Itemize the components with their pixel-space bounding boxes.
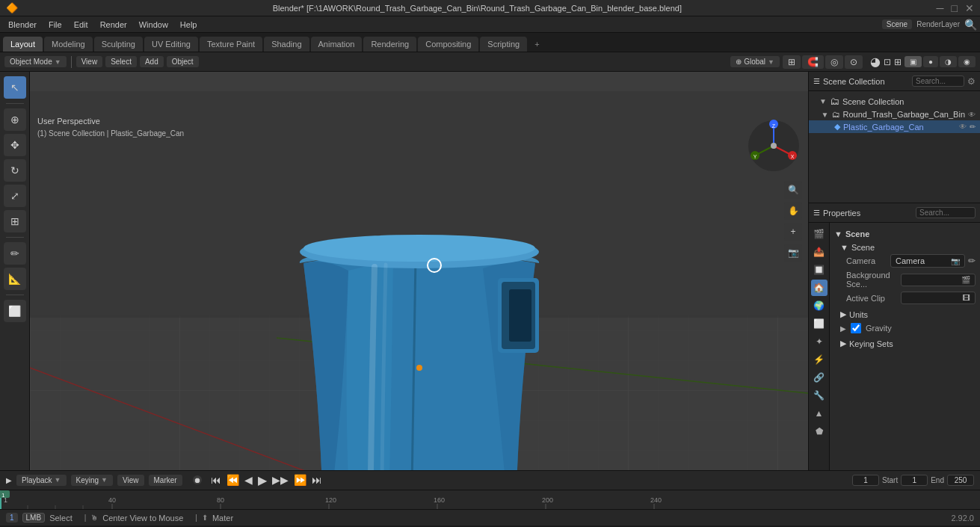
prop-object-tab[interactable]: ⬜: [811, 315, 828, 332]
menu-blender[interactable]: Blender: [3, 19, 42, 31]
prop-world-tab[interactable]: 🌍: [811, 298, 828, 314]
prop-scene-tab[interactable]: 🏠: [811, 280, 828, 296]
view-menu-timeline[interactable]: View: [117, 475, 144, 486]
view-menu[interactable]: View: [76, 56, 103, 67]
outliner-scene-collection[interactable]: ▼ 🗂 Scene Collection: [809, 94, 980, 108]
menu-file[interactable]: File: [43, 19, 67, 31]
maximize-btn[interactable]: □: [952, 2, 958, 14]
prop-modifiers-tab[interactable]: 🔧: [811, 387, 828, 404]
outliner-search-input[interactable]: [912, 75, 964, 87]
viewport-shading-icons[interactable]: ◕: [870, 55, 881, 69]
tab-sculpting[interactable]: Sculpting: [94, 37, 143, 52]
jump-start-btn[interactable]: ⏮: [209, 474, 223, 486]
outliner-plastic-can[interactable]: ◆ Plastic_Garbage_Can 👁 ✏: [809, 120, 980, 133]
object-mode-selector[interactable]: Object Mode ▼: [4, 56, 67, 67]
playback-menu[interactable]: Playback ▼: [16, 475, 67, 486]
transform-icon[interactable]: ⊞: [783, 55, 801, 69]
record-button[interactable]: ⏺: [193, 475, 202, 484]
camera-edit-icon[interactable]: ✏: [968, 256, 976, 266]
tab-uv-editing[interactable]: UV Editing: [144, 37, 198, 52]
snap-icon[interactable]: 🧲: [802, 55, 824, 69]
visibility-icon[interactable]: 👁: [968, 111, 976, 119]
transform-global-selector[interactable]: ⊕ Global ▼: [730, 56, 780, 67]
material-shading[interactable]: ◑: [940, 56, 957, 67]
menu-render[interactable]: Render: [95, 19, 132, 31]
expand-icon-2[interactable]: ▼: [822, 111, 829, 119]
tab-modeling[interactable]: Modeling: [44, 37, 93, 52]
edit-icon[interactable]: ✏: [970, 123, 976, 131]
orientation-gizmo[interactable]: Z X Y: [746, 118, 802, 174]
add-menu[interactable]: Add: [140, 56, 164, 67]
move-tool[interactable]: ✥: [4, 134, 26, 156]
timeline-ruler[interactable]: 1 40 80 120 160 200 240: [0, 490, 980, 509]
hand-pan-icon[interactable]: ✋: [784, 202, 802, 220]
bg-scene-field[interactable]: 🎬: [901, 274, 976, 286]
prev-frame-btn[interactable]: ◀: [243, 474, 254, 486]
camera-icon[interactable]: 📷: [784, 244, 802, 262]
prop-view-layer-tab[interactable]: 🔲: [811, 262, 828, 278]
viewport-3d[interactable]: User Perspective (1) Scene Collection | …: [30, 72, 808, 470]
end-frame-input[interactable]: [947, 475, 974, 486]
start-frame-input[interactable]: [901, 475, 928, 486]
tab-shading[interactable]: Shading: [264, 37, 309, 52]
prop-physics-tab[interactable]: ⚡: [811, 351, 828, 368]
scene-section-header[interactable]: ▼ Scene: [834, 227, 976, 241]
rotate-tool[interactable]: ↻: [4, 159, 26, 182]
tab-texture-paint[interactable]: Texture Paint: [200, 37, 262, 52]
current-frame-input[interactable]: [852, 475, 879, 486]
prop-particles-tab[interactable]: ✦: [811, 333, 828, 350]
outliner-content[interactable]: ▼ 🗂 Scene Collection ▼ 🗂 Round_Trash_Gar…: [809, 91, 980, 203]
camera-field[interactable]: Camera 📷: [890, 254, 965, 268]
tab-compositing[interactable]: Compositing: [418, 37, 478, 52]
properties-search-input[interactable]: [916, 207, 976, 218]
rendered-shading[interactable]: ◉: [958, 56, 976, 67]
menu-window[interactable]: Window: [134, 19, 173, 31]
search-icon[interactable]: 🔍: [964, 19, 977, 31]
outliner-filter-icon[interactable]: ⚙: [967, 76, 976, 87]
next-frame-btn[interactable]: ▶▶: [271, 474, 290, 486]
tab-add-button[interactable]: +: [528, 37, 545, 52]
gravity-expand[interactable]: ▶: [840, 324, 846, 333]
object-menu[interactable]: Object: [167, 56, 199, 67]
zoom-to-fit-icon[interactable]: 🔍: [784, 181, 802, 199]
proportional-connected-icon[interactable]: ⊙: [845, 55, 863, 69]
marker-menu[interactable]: Marker: [149, 475, 182, 486]
menu-edit[interactable]: Edit: [69, 19, 93, 31]
wireframe-shading[interactable]: ▣: [905, 56, 922, 67]
prop-render-tab[interactable]: 🎬: [811, 226, 828, 242]
annotate-tool[interactable]: ✏: [4, 242, 26, 265]
solid-shading[interactable]: ●: [923, 56, 938, 67]
tab-animation[interactable]: Animation: [311, 37, 363, 52]
active-clip-field[interactable]: 🎞: [901, 292, 976, 304]
prev-keyframe-btn[interactable]: ⏪: [225, 474, 241, 486]
measure-tool[interactable]: 📐: [4, 268, 26, 290]
outliner-trash-bin-collection[interactable]: ▼ 🗂 Round_Trash_Garbage_Can_Bin 👁: [809, 108, 980, 120]
menu-help[interactable]: Help: [175, 19, 203, 31]
cursor-tool[interactable]: ⊕: [4, 108, 26, 131]
tab-rendering[interactable]: Rendering: [363, 37, 416, 52]
expand-icon[interactable]: ▼: [819, 97, 827, 105]
play-btn[interactable]: ▶: [256, 473, 268, 487]
scene-sub-header[interactable]: ▼ Scene: [840, 241, 976, 254]
zoom-in-icon[interactable]: +: [784, 223, 802, 241]
minimize-btn[interactable]: ─: [937, 2, 944, 14]
gravity-checkbox[interactable]: [851, 323, 861, 333]
prop-constraints-tab[interactable]: 🔗: [811, 369, 828, 386]
transform-tool[interactable]: ⊞: [4, 210, 26, 232]
select-menu[interactable]: Select: [105, 56, 137, 67]
select-tool[interactable]: ↖: [4, 76, 26, 99]
keying-sets-header[interactable]: ▶ Keying Sets: [840, 336, 976, 351]
close-btn[interactable]: ✕: [965, 2, 974, 14]
jump-end-btn[interactable]: ⏭: [310, 474, 324, 486]
xray-icon[interactable]: ⊞: [894, 57, 902, 67]
add-cube-tool[interactable]: ⬜: [4, 300, 26, 322]
keying-menu[interactable]: Keying ▼: [71, 475, 114, 486]
proportional-edit-icon[interactable]: ◎: [825, 55, 843, 69]
prop-data-tab[interactable]: ▲: [811, 405, 828, 422]
scene-selector[interactable]: Scene: [882, 19, 912, 29]
units-section-header[interactable]: ▶ Units: [840, 307, 976, 321]
prop-material-tab[interactable]: ⬟: [811, 423, 828, 440]
tab-layout[interactable]: Layout: [3, 37, 43, 52]
object-visibility-icon[interactable]: 👁: [959, 123, 967, 131]
scale-tool[interactable]: ⤢: [4, 185, 26, 207]
